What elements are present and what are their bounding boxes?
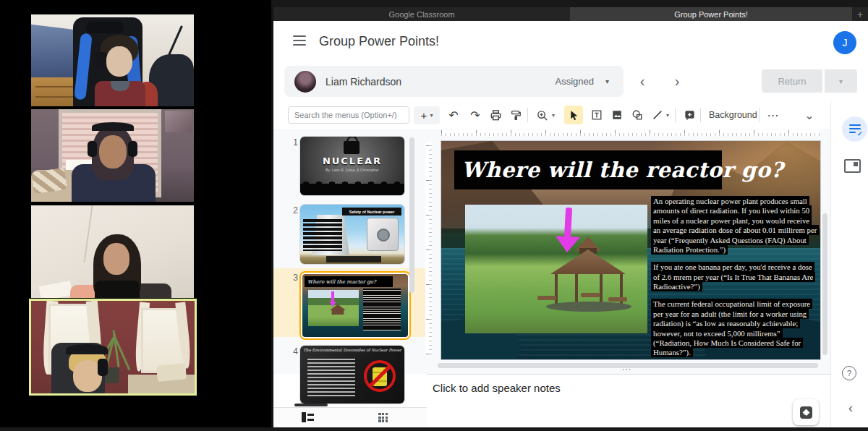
window-bottom-edge xyxy=(0,427,868,431)
background-label: Background xyxy=(709,110,757,120)
headset-band xyxy=(66,344,108,354)
next-student-button[interactable]: › xyxy=(668,72,686,90)
slide-number: 1 xyxy=(285,137,298,148)
slide-body-text[interactable]: An operating nuclear power plant produce… xyxy=(651,197,817,359)
video-call-strip xyxy=(0,0,271,431)
slide-thumbnail-1[interactable]: NUCLEAR By: Liam R, Julisa, & Christophe… xyxy=(299,136,405,196)
slide-thumbnail-2[interactable]: Safety of Nuclear power xyxy=(299,204,405,265)
safe-graphic xyxy=(367,218,399,251)
return-label: Return xyxy=(778,76,806,87)
text-blocks xyxy=(363,289,401,330)
image-icon xyxy=(611,109,623,121)
filmstrip-scrollbar[interactable] xyxy=(409,137,414,293)
desk-items xyxy=(156,363,187,382)
picnic-table xyxy=(537,296,556,300)
print-button[interactable] xyxy=(486,106,505,124)
slide-title-box[interactable]: Where will the reactor go? xyxy=(454,150,722,189)
canvas-v-scrollbar[interactable] xyxy=(822,213,827,355)
arrow-annotation-head xyxy=(554,236,580,265)
divider xyxy=(675,108,676,122)
video-tile-1 xyxy=(31,14,194,106)
tab-label: Group Power Points! xyxy=(674,10,748,19)
chair-headrest xyxy=(86,22,124,33)
hide-menus-button[interactable]: ⌄ xyxy=(800,106,819,124)
new-tab-button[interactable]: + xyxy=(852,7,868,21)
return-button[interactable]: Return xyxy=(762,69,822,93)
face xyxy=(103,243,129,275)
bag-graphic xyxy=(344,141,359,154)
redo-icon: ↷ xyxy=(470,108,480,122)
plus-icon: + xyxy=(421,109,427,121)
help-button[interactable]: ? xyxy=(842,366,856,380)
student-name: Liam Richardson xyxy=(326,76,401,88)
collapse-sidebar-button[interactable]: ‹ xyxy=(843,399,858,417)
question-icon: ? xyxy=(847,369,851,377)
thumb-title: Safety of Nuclear power xyxy=(342,208,401,216)
chevron-down-icon: ▾ xyxy=(552,112,555,119)
thumb-subtitle: By: Liam R, Julisa, & Christopher xyxy=(300,168,404,172)
divider xyxy=(700,108,701,122)
filmstrip-view-icon[interactable] xyxy=(302,412,314,422)
paint-format-button[interactable] xyxy=(506,106,525,124)
hamburger-menu-icon[interactable] xyxy=(293,35,309,48)
video-tile-4-active-speaker xyxy=(29,299,197,396)
comments-button[interactable] xyxy=(844,159,861,173)
speaker-notes-placeholder: Click to add speaker notes xyxy=(433,382,561,394)
shape-icon xyxy=(631,109,643,121)
zoom-dropdown[interactable]: ▾ xyxy=(548,106,558,124)
grading-panel-button[interactable]: ✓ xyxy=(842,116,867,142)
notes-resize-handle[interactable]: ⋯ xyxy=(616,366,638,373)
grid-view-icon[interactable] xyxy=(378,413,388,422)
chevron-down-icon: ▾ xyxy=(839,77,843,85)
window-edge xyxy=(271,7,273,427)
more-tools-button[interactable]: ⋯ xyxy=(764,106,783,124)
slide-number: 2 xyxy=(285,205,298,216)
chevron-down-icon: ▾ xyxy=(430,112,433,119)
rubric-icon: ✓ xyxy=(849,124,861,135)
text-blocks xyxy=(303,219,342,251)
gazebo-image[interactable] xyxy=(465,205,647,333)
new-slide-button[interactable]: + ▾ xyxy=(414,106,440,124)
video-tile-3 xyxy=(31,205,194,298)
previous-student-button[interactable]: ‹ xyxy=(634,72,651,90)
poster xyxy=(165,111,192,132)
redo-button[interactable]: ↷ xyxy=(466,106,485,124)
account-avatar[interactable]: J xyxy=(833,31,856,54)
filmstrip-h-scrollbar[interactable] xyxy=(294,404,328,406)
slide-editor[interactable]: Where will the reactor go? An operating … xyxy=(441,141,820,359)
search-input[interactable] xyxy=(288,106,409,124)
gazebo-post xyxy=(555,274,558,306)
paint-roller-icon xyxy=(510,109,522,121)
return-dropdown-button[interactable]: ▾ xyxy=(825,69,857,93)
filmstrip-footer xyxy=(273,407,427,428)
explore-button[interactable] xyxy=(793,399,819,425)
slide-thumbnail-4[interactable]: The Environmental Downsides of Nuclear P… xyxy=(299,345,405,404)
status-dropdown[interactable]: Assigned ▾ xyxy=(555,76,624,87)
face xyxy=(106,46,132,77)
student-selector[interactable]: Liam Richardson Assigned ▾ xyxy=(284,66,624,97)
student-avatar xyxy=(294,71,316,93)
line-dropdown[interactable]: ▾ xyxy=(663,106,673,124)
undo-icon: ↶ xyxy=(448,108,458,122)
insert-shape-button[interactable] xyxy=(628,106,647,124)
insert-image-button[interactable] xyxy=(608,106,626,124)
tab-google-classroom[interactable]: Google Classroom xyxy=(273,7,570,21)
tab-group-power-points[interactable]: Group Power Points! xyxy=(570,7,852,21)
plus-icon: + xyxy=(857,9,863,20)
background-button[interactable]: Background xyxy=(706,106,760,124)
prohibition-sign xyxy=(364,360,396,392)
slide-thumbnail-3-selected[interactable]: Where will the reactor go? xyxy=(299,271,411,340)
chevron-left-icon: ‹ xyxy=(848,401,853,416)
browser-chrome xyxy=(271,0,868,7)
caption-block xyxy=(326,256,381,263)
select-tool-button-active[interactable] xyxy=(564,106,583,124)
chevron-down-icon: ▾ xyxy=(666,112,669,119)
undo-button[interactable]: ↶ xyxy=(444,106,463,124)
text-box-button[interactable] xyxy=(587,106,606,124)
add-comment-button[interactable] xyxy=(680,106,699,124)
status-badge: Assigned xyxy=(555,76,593,87)
shirt xyxy=(95,281,140,298)
divider xyxy=(759,108,760,122)
video-tile-2 xyxy=(31,109,194,202)
explore-icon xyxy=(800,406,812,419)
